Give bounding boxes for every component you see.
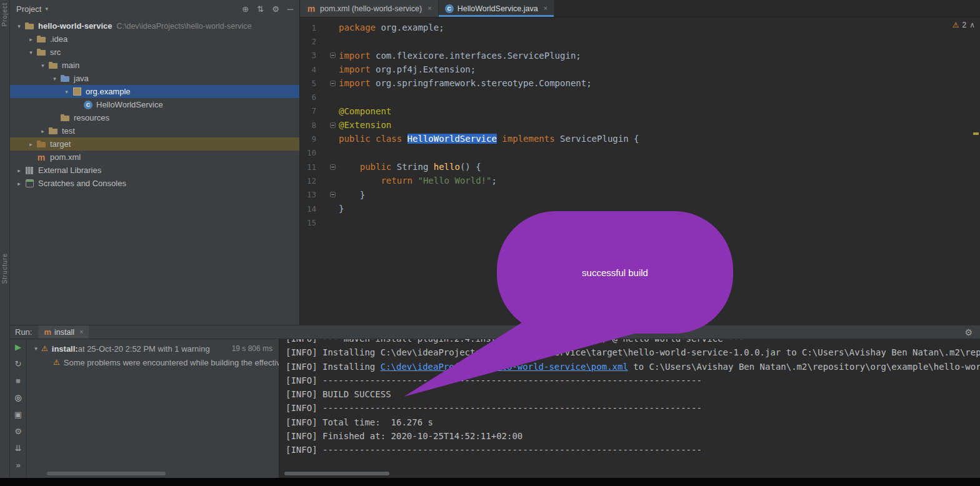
horizontal-scrollbar[interactable] <box>47 472 166 475</box>
code-line[interactable] <box>339 90 980 104</box>
code-token: hello <box>434 162 460 172</box>
code-token: com.flexicore.interfaces.ServicePlugin; <box>376 51 581 61</box>
chevron-down-icon[interactable]: ▾ <box>38 62 48 69</box>
close-icon[interactable]: × <box>79 329 83 335</box>
chevron-down-icon[interactable]: ▾ <box>26 49 36 56</box>
warning-icon: ⚠ <box>952 21 959 29</box>
code-line[interactable]: @Extension <box>339 118 980 132</box>
collapse-all-icon[interactable]: ⇅ <box>257 4 264 14</box>
maven-icon: m <box>44 327 51 337</box>
warning-count: 2 <box>962 21 967 29</box>
tree-item-label: pom.xml <box>50 152 81 162</box>
chevron-down-icon[interactable]: ▾ <box>14 23 24 29</box>
code-token: implements <box>502 134 560 144</box>
code-line[interactable]: } <box>339 188 980 202</box>
tree-row[interactable]: ▸test <box>10 124 299 137</box>
line-number: 13 <box>300 190 316 199</box>
bubble-text: successful build <box>497 211 733 334</box>
code-line[interactable]: public String hello() { <box>339 160 980 174</box>
tree-row[interactable]: ▸Scratches and Consoles <box>10 177 299 190</box>
fold-icon[interactable] <box>330 81 336 86</box>
tab-label: pom.xml (hello-world-service) <box>320 4 422 13</box>
inspection-widget[interactable]: ⚠ 2 ∧ <box>952 21 975 29</box>
run-tab-label: install <box>54 328 74 337</box>
fold-icon[interactable] <box>330 192 336 197</box>
warning-stripe-mark[interactable] <box>973 132 979 135</box>
tree-row[interactable]: mpom.xml <box>10 151 299 164</box>
scroll-to-end-icon[interactable]: ⇊ <box>15 444 22 452</box>
chevron-down-icon[interactable]: ▾ <box>31 345 41 352</box>
code-line[interactable]: public class HelloWorldService implement… <box>339 132 980 146</box>
line-number: 12 <box>300 176 316 186</box>
gutter-line: 11 <box>300 160 338 174</box>
editor-gutter[interactable]: 123456789101112131415 <box>300 21 338 325</box>
folder-icon <box>48 126 58 136</box>
chevron-right-icon[interactable]: ▸ <box>14 181 24 187</box>
chevron-right-icon[interactable]: ▸ <box>14 167 24 174</box>
editor-tab[interactable]: mpom.xml (hello-world-service)× <box>300 0 439 17</box>
tree-item-path: C:\dev\ideaProjects\hello-world-service <box>116 22 251 31</box>
chevron-right-icon[interactable]: ▸ <box>26 36 36 42</box>
run-tree[interactable]: ▾ ⚠ install: at 25-Oct-20 2:52 PM with 1… <box>27 339 279 479</box>
editor-tab[interactable]: CHelloWorldService.java× <box>439 0 554 17</box>
tree-row[interactable]: ▾hello-world-serviceC:\dev\ideaProjects\… <box>10 19 299 32</box>
chevron-right-icon[interactable]: ▸ <box>38 128 48 134</box>
project-panel-title[interactable]: Project <box>16 4 41 14</box>
tree-row[interactable]: ▾src <box>10 46 299 59</box>
project-stripe-button[interactable]: Project <box>1 2 8 26</box>
fold-icon[interactable] <box>330 164 336 170</box>
more-icon[interactable]: » <box>16 461 20 469</box>
project-tree[interactable]: ▾hello-world-serviceC:\dev\ideaProjects\… <box>10 17 299 190</box>
run-icon[interactable]: ▶ <box>15 343 21 351</box>
rerun-icon[interactable]: ↻ <box>15 360 22 368</box>
close-icon[interactable]: × <box>544 5 548 12</box>
horizontal-scrollbar[interactable] <box>284 472 389 475</box>
tree-row[interactable]: ▸.idea <box>10 32 299 46</box>
stop-icon[interactable]: ■ <box>16 377 21 385</box>
tree-row[interactable]: resources <box>10 111 299 124</box>
run-tab-install[interactable]: m install × <box>38 325 89 339</box>
tab-label: HelloWorldService.java <box>458 4 538 13</box>
code-line[interactable]: @Component <box>339 104 980 118</box>
tree-row[interactable]: CHelloWorldService <box>10 98 299 111</box>
settings-gear-icon[interactable]: ⚙ <box>272 4 279 14</box>
chevron-down-icon[interactable]: ▾ <box>45 6 48 12</box>
close-icon[interactable]: × <box>428 5 431 12</box>
collapse-widget-icon[interactable]: ∧ <box>969 21 975 29</box>
tree-row[interactable]: ▾org.example <box>10 85 299 98</box>
run-tree-warning-row[interactable]: ⚠ Some problems were encountered while b… <box>27 355 279 369</box>
screenshot-icon[interactable]: ▣ <box>14 410 22 419</box>
tree-row[interactable]: ▾java <box>10 72 299 85</box>
run-tree-root-row[interactable]: ▾ ⚠ install: at 25-Oct-20 2:52 PM with 1… <box>27 342 279 355</box>
gutter-line: 1 <box>300 21 338 34</box>
structure-stripe-button[interactable]: Structure <box>1 253 8 284</box>
tree-row[interactable]: ▸target <box>10 137 299 151</box>
scratches-icon <box>24 179 34 189</box>
chevron-down-icon[interactable]: ▾ <box>61 89 72 95</box>
fold-icon[interactable] <box>330 52 336 58</box>
code-line[interactable] <box>339 34 980 48</box>
settings-icon[interactable]: ⚙ <box>14 427 22 435</box>
show-passed-icon[interactable]: ◎ <box>14 394 21 402</box>
run-toolbar: ▶↻■◎▣⚙⇊» <box>10 339 27 479</box>
code-token: org.example; <box>381 22 444 32</box>
project-panel-header: Project ▾ ⊕⇅⚙─ <box>10 0 299 17</box>
code-line[interactable]: package org.example; <box>339 21 980 34</box>
code-line[interactable]: import com.flexicore.interfaces.ServiceP… <box>339 49 980 62</box>
run-label: Run: <box>15 327 32 337</box>
gear-icon[interactable]: ⚙ <box>964 327 972 337</box>
hide-panel-icon[interactable]: ─ <box>288 4 293 14</box>
chevron-down-icon[interactable]: ▾ <box>49 76 60 82</box>
warning-icon: ⚠ <box>41 344 48 353</box>
locate-icon[interactable]: ⊕ <box>242 4 249 14</box>
code-token: @Component <box>339 106 391 116</box>
code-line[interactable] <box>339 146 980 160</box>
code-line[interactable]: return "Hello World!"; <box>339 174 980 187</box>
tree-row[interactable]: ▾main <box>10 59 299 72</box>
code-line[interactable]: import org.pf4j.Extension; <box>339 62 980 76</box>
fold-icon[interactable] <box>330 122 336 128</box>
chevron-right-icon[interactable]: ▸ <box>26 141 36 147</box>
tree-row[interactable]: ▸External Libraries <box>10 164 299 177</box>
code-line[interactable]: import org.springframework.stereotype.Co… <box>339 76 980 90</box>
gutter-line: 15 <box>300 216 338 229</box>
